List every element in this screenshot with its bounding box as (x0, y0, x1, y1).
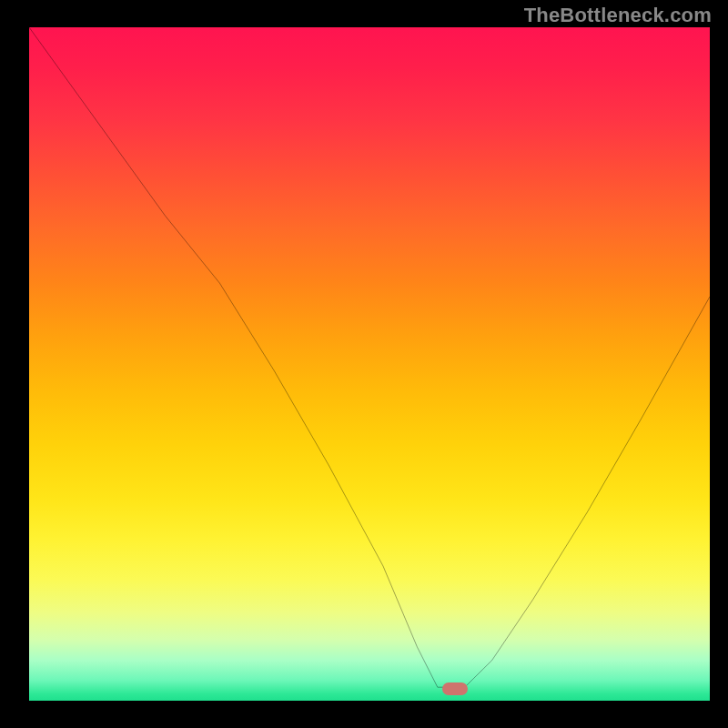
bottleneck-curve (29, 27, 710, 701)
plot-area (29, 27, 710, 701)
chart-frame: TheBottleneck.com (0, 0, 728, 728)
watermark-text: TheBottleneck.com (524, 4, 712, 27)
minimum-marker (442, 682, 468, 695)
